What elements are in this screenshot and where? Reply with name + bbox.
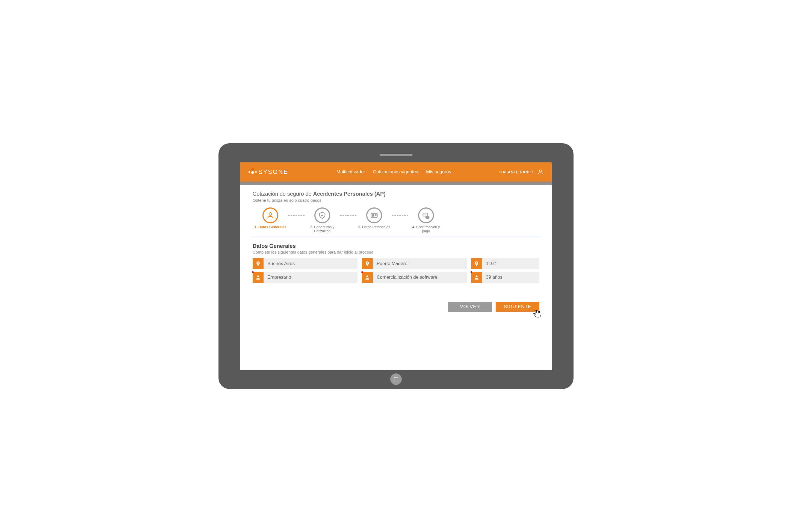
home-button-icon: [394, 377, 398, 381]
person-icon: [471, 272, 482, 283]
back-button[interactable]: VOLVER: [448, 302, 492, 312]
neighborhood-field[interactable]: Puerto Madero: [362, 258, 467, 269]
step-3-label: 3. Datos Personales: [356, 225, 392, 229]
app-header: sysone Multicotizador Cotizaciones vigen…: [240, 163, 552, 182]
svg-point-9: [476, 276, 478, 277]
occupation-value: Empresario: [263, 272, 357, 283]
actions-row: VOLVER SIGUIENTE: [253, 302, 539, 312]
section-title: Datos Generales: [253, 243, 539, 249]
step-connector: [392, 215, 408, 216]
svg-point-7: [257, 276, 259, 277]
tablet-frame: sysone Multicotizador Cotizaciones vigen…: [219, 143, 573, 389]
page-title: Cotización de seguro de Accidentes Perso…: [253, 191, 539, 197]
section-subtitle: Complete los siguientes datos generales …: [253, 250, 539, 254]
id-card-icon: [366, 207, 382, 223]
user-menu[interactable]: GALANTI, DANIEL: [499, 169, 544, 175]
activity-value: Comercialización de software: [373, 272, 467, 283]
user-name: GALANTI, DANIEL: [499, 170, 535, 174]
nav-cotizaciones-vigentes[interactable]: Cotizaciones vigentes: [369, 169, 422, 175]
postal-code-field[interactable]: 1107: [471, 258, 539, 269]
user-icon: [537, 169, 544, 175]
brand-name: sysone: [258, 168, 289, 175]
page-title-prefix: Cotización de seguro de: [253, 191, 313, 197]
step-2-label: 2. Coberturas y Cotización: [305, 225, 340, 233]
activity-field[interactable]: Comercialización de software: [362, 272, 467, 283]
page-subtitle: Obtené tu póliza en sólo cuatro pasos: [253, 198, 539, 203]
person-icon: [262, 207, 278, 223]
person-icon: [253, 272, 263, 283]
postal-code-value: 1107: [482, 258, 539, 269]
occupation-field[interactable]: Empresario: [253, 272, 357, 283]
age-field[interactable]: 39 años: [471, 272, 539, 283]
sub-header-bar: [240, 182, 552, 185]
neighborhood-value: Puerto Madero: [373, 258, 467, 269]
person-icon: [362, 272, 373, 283]
cursor-hand-icon: [532, 308, 541, 318]
app-screen: sysone Multicotizador Cotizaciones vigen…: [240, 163, 552, 370]
location-pin-icon: [471, 258, 482, 269]
tablet-speaker: [380, 154, 412, 156]
city-field[interactable]: Buenos Aires: [253, 258, 357, 269]
age-value: 39 años: [482, 272, 539, 283]
step-4-label: 4. Confirmación y pago: [408, 225, 444, 233]
location-pin-icon: [362, 258, 373, 269]
brand-logo[interactable]: sysone: [248, 168, 289, 176]
step-1-datos-generales[interactable]: 1. Datos Generales: [253, 207, 288, 229]
stepper: 1. Datos Generales 2. Coberturas y Cotiz…: [253, 207, 539, 237]
step-2-coberturas[interactable]: 2. Coberturas y Cotización: [305, 207, 340, 233]
svg-rect-4: [423, 213, 428, 216]
fields-grid: Buenos Aires Puerto Madero 1107: [253, 258, 539, 283]
step-connector: [288, 215, 305, 216]
main-nav: Multicotizador Cotizaciones vigentes Mis…: [289, 169, 499, 175]
svg-point-8: [367, 276, 368, 277]
payment-icon: [418, 207, 434, 223]
location-pin-icon: [253, 258, 263, 269]
brand-logo-mark: [248, 168, 257, 176]
shield-check-icon: [314, 207, 330, 223]
step-3-datos-personales[interactable]: 3. Datos Personales: [356, 207, 392, 229]
city-value: Buenos Aires: [263, 258, 357, 269]
svg-point-0: [539, 170, 541, 172]
tablet-home-button[interactable]: [390, 374, 402, 385]
content-area: Cotización de seguro de Accidentes Perso…: [240, 185, 552, 317]
nav-multicotizador[interactable]: Multicotizador: [333, 169, 369, 175]
step-connector: [340, 215, 356, 216]
step-4-confirmacion-pago[interactable]: 4. Confirmación y pago: [408, 207, 444, 233]
svg-point-3: [372, 214, 374, 216]
svg-point-1: [269, 213, 272, 215]
step-1-label: 1. Datos Generales: [253, 225, 288, 229]
page-title-strong: Accidentes Personales (AP): [313, 191, 386, 197]
nav-mis-seguros[interactable]: Mis seguros: [422, 169, 455, 175]
